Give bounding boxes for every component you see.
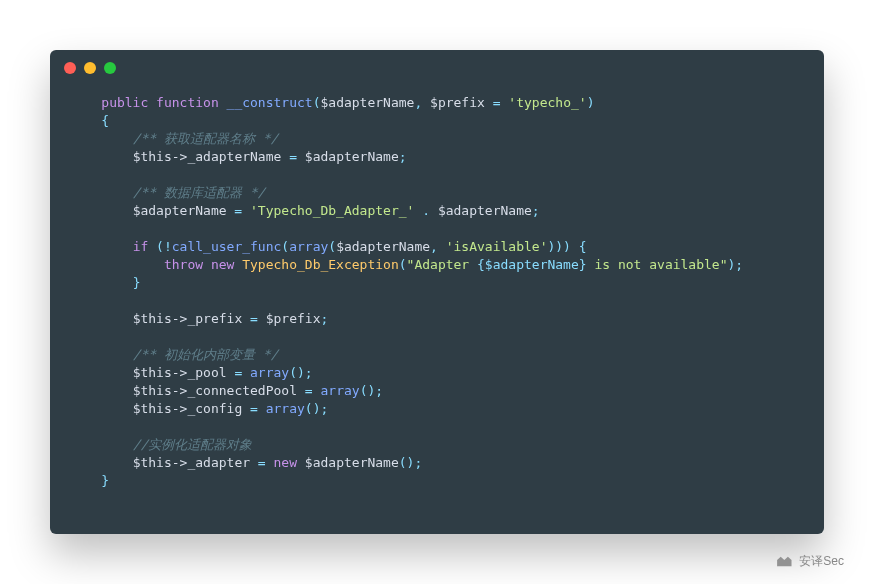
fn-call-user-func: call_user_func bbox=[172, 239, 282, 254]
str-interp-adapterName: {$adapterName} bbox=[477, 257, 587, 272]
watermark: 安译Sec bbox=[775, 553, 844, 570]
kw-throw: throw bbox=[164, 257, 203, 272]
close-icon[interactable] bbox=[64, 62, 76, 74]
str-typecho: 'typecho_' bbox=[508, 95, 586, 110]
str-adapter-prefix: 'Typecho_Db_Adapter_' bbox=[250, 203, 414, 218]
kw-function: function bbox=[156, 95, 219, 110]
this-config: ->_config bbox=[172, 401, 242, 416]
kw-public: public bbox=[101, 95, 148, 110]
code-window: public function __construct($adapterName… bbox=[50, 50, 824, 534]
this-adapter: ->_adapter bbox=[172, 455, 250, 470]
fn-construct: __construct bbox=[227, 95, 313, 110]
indent bbox=[70, 95, 101, 110]
param-adapterName: $adapterName bbox=[320, 95, 414, 110]
this-connectedPool: ->_connectedPool bbox=[172, 383, 297, 398]
code-block: public function __construct($adapterName… bbox=[50, 86, 824, 510]
watermark-text: 安译Sec bbox=[799, 553, 844, 570]
titlebar bbox=[50, 50, 824, 86]
zoom-icon[interactable] bbox=[104, 62, 116, 74]
comment-db-adapter: /** 数据库适配器 */ bbox=[133, 185, 266, 200]
this-pool: ->_pool bbox=[172, 365, 227, 380]
kw-if: if bbox=[133, 239, 149, 254]
comment-instantiate: //实例化适配器对象 bbox=[133, 437, 253, 452]
comment-init-vars: /** 初始化内部变量 */ bbox=[133, 347, 279, 362]
cls-exception: Typecho_Db_Exception bbox=[242, 257, 399, 272]
str-isAvailable: 'isAvailable' bbox=[446, 239, 548, 254]
minimize-icon[interactable] bbox=[84, 62, 96, 74]
wechat-icon bbox=[775, 554, 793, 570]
param-prefix: $prefix bbox=[430, 95, 485, 110]
kw-new: new bbox=[211, 257, 234, 272]
fn-array: array bbox=[289, 239, 328, 254]
this-prefix: ->_prefix bbox=[172, 311, 242, 326]
this-adapterName: ->_adapterName bbox=[172, 149, 282, 164]
comment-get-adapter: /** 获取适配器名称 */ bbox=[133, 131, 279, 146]
